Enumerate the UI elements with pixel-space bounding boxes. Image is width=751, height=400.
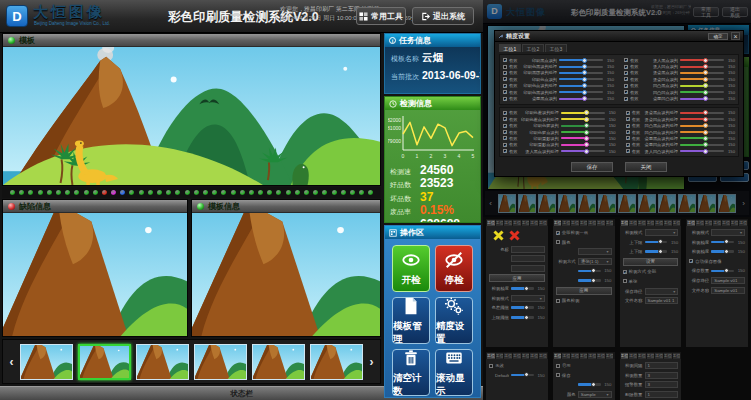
setting-dropdown[interactable]: ▾: [645, 229, 679, 236]
slider-thumb[interactable]: [582, 83, 587, 88]
threshold-slider[interactable]: [680, 125, 724, 127]
slider-thumb[interactable]: [584, 117, 589, 122]
checkbox[interactable]: ✓: [626, 149, 630, 153]
slider-thumb[interactable]: [584, 110, 589, 115]
checkbox[interactable]: [556, 364, 560, 368]
slider-thumb[interactable]: [584, 136, 589, 141]
threshold-slider[interactable]: [680, 72, 724, 74]
dialog-close-button[interactable]: ×: [731, 32, 740, 40]
station-tab[interactable]: 工位5: [655, 353, 663, 359]
slider-thumb[interactable]: [591, 278, 596, 283]
threshold-slider[interactable]: [680, 85, 724, 87]
checkbox[interactable]: [556, 299, 560, 303]
station-tab[interactable]: 工位2: [496, 220, 504, 226]
checkbox[interactable]: ✓: [624, 58, 628, 62]
station-tab[interactable]: 工位7: [673, 220, 681, 226]
station-tab[interactable]: 工位6: [530, 220, 538, 226]
station-tab[interactable]: 工位2: [629, 220, 637, 226]
setting-slider[interactable]: [578, 383, 601, 386]
slider-thumb[interactable]: [584, 130, 589, 135]
threshold-slider[interactable]: [559, 72, 603, 74]
station-tab[interactable]: 工位2: [562, 353, 570, 359]
film-thumbnail[interactable]: [310, 344, 363, 380]
dialog-tab[interactable]: 工位2: [522, 44, 544, 52]
station-tab[interactable]: 工位6: [731, 220, 739, 226]
threshold-slider[interactable]: [559, 66, 603, 68]
station-tab[interactable]: 工位4: [647, 353, 655, 359]
station-tab[interactable]: 工位2: [562, 220, 570, 226]
station-tab[interactable]: 工位2: [496, 353, 504, 359]
slider-thumb[interactable]: [703, 58, 708, 63]
checkbox[interactable]: ✓: [503, 84, 507, 88]
threshold-slider[interactable]: [561, 112, 605, 114]
station-tab[interactable]: 工位6: [664, 220, 672, 226]
setting-input[interactable]: Sample v01 1: [645, 297, 679, 304]
station-tab[interactable]: 工位6: [530, 353, 538, 359]
station-tab[interactable]: 工位4: [647, 220, 655, 226]
station-tab[interactable]: 工位7: [539, 353, 547, 359]
setting-dropdown[interactable]: Sample▾: [578, 391, 612, 398]
checkbox[interactable]: ✓: [503, 117, 507, 121]
exit-system-button[interactable]: 退出系统: [412, 7, 474, 25]
slider-thumb[interactable]: [584, 142, 589, 147]
setting-input[interactable]: [511, 246, 545, 253]
station-tab[interactable]: 工位1: [621, 220, 629, 226]
slider-thumb[interactable]: [658, 239, 663, 244]
setting-slider[interactable]: [511, 306, 534, 309]
setting-slider[interactable]: [711, 250, 734, 253]
threshold-slider[interactable]: [680, 118, 724, 120]
slider-thumb[interactable]: [703, 149, 708, 154]
threshold-slider[interactable]: [680, 131, 724, 133]
threshold-slider[interactable]: [680, 66, 724, 68]
slider-thumb[interactable]: [582, 58, 587, 63]
threshold-slider[interactable]: [559, 85, 603, 87]
threshold-slider[interactable]: [680, 137, 724, 139]
slider-thumb[interactable]: [582, 96, 587, 101]
setting-dropdown[interactable]: 逐张(1:1)▾: [578, 258, 612, 265]
station-tab[interactable]: 工位6: [664, 353, 672, 359]
threshold-slider[interactable]: [559, 91, 603, 93]
checkbox[interactable]: [623, 279, 627, 283]
slider-thumb[interactable]: [582, 64, 587, 69]
checkbox[interactable]: ✓: [503, 58, 507, 62]
station-tab[interactable]: 工位4: [513, 353, 521, 359]
checkbox[interactable]: ✓: [503, 130, 507, 134]
settings-button[interactable]: 应用: [489, 274, 545, 282]
prev-arrow-button[interactable]: ‹: [5, 355, 18, 369]
slider-thumb[interactable]: [703, 136, 708, 141]
op-button-停检[interactable]: 停检: [435, 245, 473, 292]
op-button-开检[interactable]: 开检: [392, 245, 430, 292]
station-tab[interactable]: 工位1: [687, 220, 695, 226]
setting-input[interactable]: Sample v01: [711, 287, 745, 294]
setting-dropdown[interactable]: ▾: [645, 288, 679, 295]
op-button-清空计数[interactable]: 清空计数: [392, 349, 430, 396]
checkbox[interactable]: ✓: [503, 90, 507, 94]
slider-thumb[interactable]: [584, 149, 589, 154]
setting-input[interactable]: 3: [645, 372, 679, 379]
setting-dropdown[interactable]: ▾: [511, 295, 545, 302]
op-button-精度设置[interactable]: 精度设置: [435, 297, 473, 344]
common-tools-button[interactable]: 常用工具: [356, 7, 406, 25]
station-tab[interactable]: 工位7: [739, 220, 747, 226]
slider-thumb[interactable]: [584, 123, 589, 128]
slider-thumb[interactable]: [703, 96, 708, 101]
slider-thumb[interactable]: [582, 77, 587, 82]
checkbox[interactable]: ✓: [626, 111, 630, 115]
threshold-slider[interactable]: [680, 112, 724, 114]
checkbox[interactable]: ✓: [626, 124, 630, 128]
setting-slider[interactable]: [645, 241, 668, 244]
setting-dropdown[interactable]: ▾: [711, 229, 745, 236]
station-tab[interactable]: 工位6: [597, 220, 605, 226]
station-tab[interactable]: 工位5: [522, 353, 530, 359]
checkbox[interactable]: ✓: [503, 77, 507, 81]
checkbox[interactable]: [503, 65, 507, 69]
checkbox[interactable]: ✓: [503, 97, 507, 101]
checkbox[interactable]: ✓: [624, 71, 628, 75]
threshold-slider[interactable]: [680, 91, 724, 93]
station-tab[interactable]: 工位5: [722, 220, 730, 226]
station-tab[interactable]: 工位3: [705, 220, 713, 226]
slider-thumb[interactable]: [703, 90, 708, 95]
station-tab[interactable]: 工位7: [606, 353, 614, 359]
station-tab[interactable]: 工位5: [588, 220, 596, 226]
slider-thumb[interactable]: [724, 239, 729, 244]
